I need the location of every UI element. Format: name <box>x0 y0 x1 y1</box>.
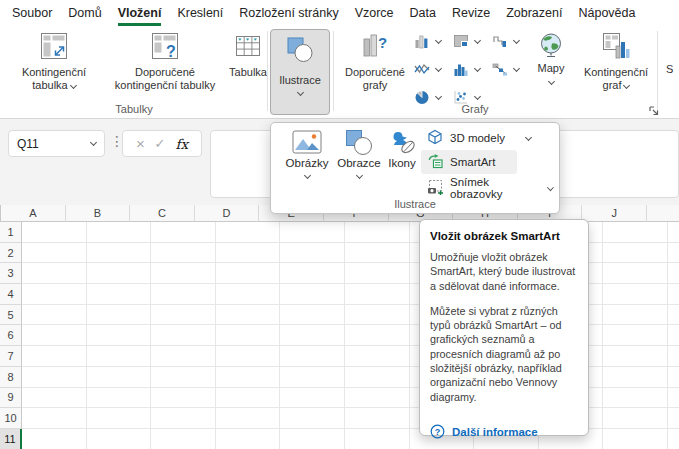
cell-A2[interactable] <box>22 243 87 264</box>
tab-data[interactable]: Data <box>402 1 444 26</box>
row-header-9[interactable]: 9 <box>0 388 22 409</box>
cell-B8[interactable] <box>87 367 152 388</box>
tab-vzorce[interactable]: Vzorce <box>347 1 402 26</box>
cell-E11[interactable] <box>280 429 345 449</box>
tab-domu[interactable]: Domů <box>60 1 109 26</box>
cell-F5[interactable] <box>345 305 410 326</box>
cell-partial-8[interactable] <box>668 367 679 388</box>
pivot-table-button[interactable]: Kontingenční tabulka <box>8 29 100 92</box>
screenshot-item[interactable]: Snímek obrazovky <box>421 176 553 200</box>
cell-A8[interactable] <box>22 367 87 388</box>
cell-J11[interactable] <box>603 429 668 449</box>
cell-J10[interactable] <box>603 408 668 429</box>
cell-partial-3[interactable] <box>668 263 679 284</box>
cell-F10[interactable] <box>345 408 410 429</box>
cell-C8[interactable] <box>151 367 216 388</box>
cascade-chart-button[interactable] <box>490 59 521 79</box>
cell-partial-10[interactable] <box>668 408 679 429</box>
cell-J5[interactable] <box>603 305 668 326</box>
icons-button[interactable]: Ikony <box>383 127 421 169</box>
row-header-6[interactable]: 6 <box>0 325 22 346</box>
cell-C4[interactable] <box>151 284 216 305</box>
cell-J1[interactable] <box>603 222 668 243</box>
cell-A1[interactable] <box>22 222 87 243</box>
tab-rozlozeni-stranky[interactable]: Rozložení stránky <box>231 1 346 26</box>
cell-E8[interactable] <box>280 367 345 388</box>
cell-partial-7[interactable] <box>668 346 679 367</box>
cell-A3[interactable] <box>22 263 87 284</box>
column-header-D[interactable]: D <box>195 205 260 222</box>
cell-B3[interactable] <box>87 263 152 284</box>
cell-F6[interactable] <box>345 325 410 346</box>
cell-partial-2[interactable] <box>668 243 679 264</box>
cell-D5[interactable] <box>216 305 281 326</box>
enter-icon[interactable]: ✓ <box>155 136 166 151</box>
pivot-chart-button[interactable]: Kontingenční graf <box>578 29 654 92</box>
cell-B9[interactable] <box>87 388 152 409</box>
smartart-item[interactable]: SmartArt <box>421 150 517 174</box>
hierarchy-chart-button[interactable] <box>451 31 482 51</box>
cell-E6[interactable] <box>280 325 345 346</box>
cell-A6[interactable] <box>22 325 87 346</box>
cell-partial-9[interactable] <box>668 388 679 409</box>
cell-C7[interactable] <box>151 346 216 367</box>
cell-J3[interactable] <box>603 263 668 284</box>
cell-F8[interactable] <box>345 367 410 388</box>
cell-D4[interactable] <box>216 284 281 305</box>
column-header-A[interactable]: A <box>1 205 66 222</box>
tab-zobrazeni[interactable]: Zobrazení <box>498 1 570 26</box>
cell-partial-11[interactable] <box>668 429 679 449</box>
illustrations-button[interactable]: Ilustrace <box>270 29 330 115</box>
cell-C9[interactable] <box>151 388 216 409</box>
cell-E2[interactable] <box>280 243 345 264</box>
waterfall-chart-button[interactable] <box>490 31 521 51</box>
cell-E4[interactable] <box>280 284 345 305</box>
recommended-charts-button[interactable]: ? Doporučené grafy <box>338 29 412 92</box>
select-all-corner[interactable] <box>0 205 1 222</box>
cell-B7[interactable] <box>87 346 152 367</box>
row-header-3[interactable]: 3 <box>0 263 22 284</box>
chevron-down-icon[interactable] <box>90 139 97 146</box>
row-header-7[interactable]: 7 <box>0 346 22 367</box>
cell-A4[interactable] <box>22 284 87 305</box>
cell-partial-4[interactable] <box>668 284 679 305</box>
cell-C10[interactable] <box>151 408 216 429</box>
tab-revize[interactable]: Revize <box>444 1 498 26</box>
tab-napoveda[interactable]: Nápověda <box>570 1 643 26</box>
histogram-chart-button[interactable] <box>451 59 482 79</box>
cell-C5[interactable] <box>151 305 216 326</box>
cell-A9[interactable] <box>22 388 87 409</box>
cancel-icon[interactable]: × <box>136 135 145 152</box>
cell-E5[interactable] <box>280 305 345 326</box>
shapes-button[interactable]: Obrazce <box>333 127 385 178</box>
cell-D3[interactable] <box>216 263 281 284</box>
cell-partial-5[interactable] <box>668 305 679 326</box>
cell-A5[interactable] <box>22 305 87 326</box>
cell-E7[interactable] <box>280 346 345 367</box>
cell-A10[interactable] <box>22 408 87 429</box>
cell-C3[interactable] <box>151 263 216 284</box>
cell-F1[interactable] <box>345 222 410 243</box>
cell-J2[interactable] <box>603 243 668 264</box>
cell-B1[interactable] <box>87 222 152 243</box>
name-box[interactable]: Q11 <box>8 130 105 157</box>
tab-soubor[interactable]: Soubor <box>4 1 60 26</box>
cell-B6[interactable] <box>87 325 152 346</box>
row-header-2[interactable]: 2 <box>0 243 22 264</box>
insert-function-icon[interactable]: fx <box>175 136 188 152</box>
recommended-pivot-tables-button[interactable]: ? Doporučené kontingenční tabulky <box>102 29 228 92</box>
column-header-J[interactable]: J <box>582 205 647 222</box>
cell-B5[interactable] <box>87 305 152 326</box>
cell-F9[interactable] <box>345 388 410 409</box>
row-header-8[interactable]: 8 <box>0 367 22 388</box>
cell-partial-1[interactable] <box>668 222 679 243</box>
cell-D6[interactable] <box>216 325 281 346</box>
cell-B11[interactable] <box>87 429 152 449</box>
column-header-partial[interactable] <box>647 205 679 222</box>
table-button[interactable]: Tabulka <box>226 29 270 79</box>
cell-C6[interactable] <box>151 325 216 346</box>
maps-button[interactable]: Mapy <box>528 29 574 84</box>
row-header-1[interactable]: 1 <box>0 222 22 243</box>
cell-F4[interactable] <box>345 284 410 305</box>
tab-vlozeni[interactable]: Vložení <box>110 1 170 26</box>
